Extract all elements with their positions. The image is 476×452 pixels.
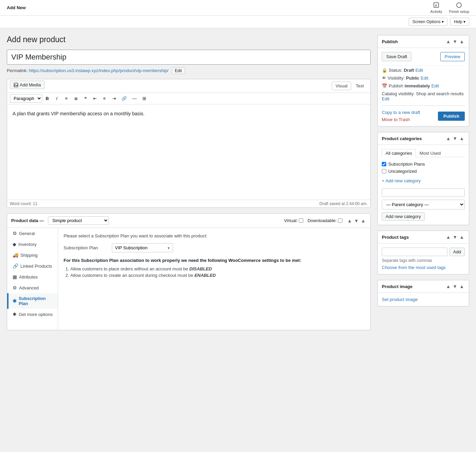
tab-general[interactable]: ⚙ General — [7, 228, 58, 239]
virtual-checkbox-label[interactable]: Virtual: — [284, 218, 303, 223]
product-data-collapse[interactable]: ▲ — [360, 217, 366, 224]
status-icon: 🔒 — [382, 68, 387, 73]
publish-status-row: 🔒 Status: Draft Edit — [382, 68, 465, 73]
tags-down-arrow[interactable]: ▼ — [452, 234, 458, 240]
align-center-button[interactable]: ≡ — [100, 95, 109, 102]
publish-down-arrow[interactable]: ▼ — [452, 38, 458, 45]
more-button[interactable]: — — [130, 95, 139, 102]
tag-input[interactable] — [382, 248, 447, 256]
tab-advanced[interactable]: ⚙ Advanced — [7, 282, 58, 293]
downloadable-checkbox-label[interactable]: Downloadable: — [307, 218, 342, 223]
editor-footer: Word count: 11 Draft saved at 2:44:00 am… — [7, 200, 370, 207]
bold-button[interactable]: B — [43, 95, 52, 102]
top-bar: Add New Activity Finish setup — [0, 0, 476, 16]
general-icon: ⚙ — [13, 231, 17, 236]
permalink-url[interactable]: https://subscription.us3.instawp.xyz/ind… — [29, 68, 168, 73]
align-left-button[interactable]: ⇤ — [90, 95, 99, 102]
downloadable-checkbox[interactable] — [338, 218, 342, 223]
subscription-plan-field-label: Subscription Plan — [64, 245, 108, 250]
subscription-plans-checkbox[interactable] — [382, 162, 386, 166]
publish-collapse[interactable]: ▲ — [459, 38, 465, 45]
set-product-image-link[interactable]: Set product image — [382, 297, 418, 302]
tab-subscription-plan[interactable]: ✱ Subscription Plan — [7, 293, 58, 309]
categories-down-arrow[interactable]: ▼ — [452, 135, 458, 142]
woo-requirements-list: Allow customers to place orders without … — [64, 266, 365, 278]
most-used-tab[interactable]: Most Used — [416, 149, 444, 157]
parent-category-select[interactable]: — Parent category — — [382, 200, 465, 210]
product-image-up-arrow[interactable]: ▲ — [445, 283, 451, 290]
product-image-collapse[interactable]: ▲ — [459, 283, 465, 290]
save-draft-button[interactable]: Save Draft — [382, 52, 411, 61]
product-data-title: Product data — — [11, 218, 44, 223]
add-new-category-link[interactable]: + Add new category — [382, 178, 421, 183]
status-edit-link[interactable]: Edit — [415, 68, 423, 73]
screen-options-button[interactable]: Screen Options ▾ — [409, 18, 447, 26]
permalink-edit-button[interactable]: Edit — [172, 67, 185, 74]
blockquote-button[interactable]: ❝ — [81, 95, 90, 102]
visual-tab[interactable]: Visual — [332, 82, 351, 90]
help-button[interactable]: Help ▾ — [450, 18, 469, 26]
publish-action-row: Save Draft Preview — [382, 52, 465, 61]
publish-time-edit-link[interactable]: Edit — [431, 83, 439, 88]
text-tab[interactable]: Text — [352, 82, 368, 90]
tab-inventory[interactable]: ◆ Inventory — [7, 239, 58, 250]
italic-button[interactable]: I — [52, 95, 61, 102]
ul-button[interactable]: ≡ — [62, 95, 71, 102]
product-title-input[interactable] — [7, 50, 371, 65]
align-right-button[interactable]: ⇥ — [109, 95, 118, 102]
categories-up-arrow[interactable]: ▲ — [445, 135, 451, 142]
categories-collapse[interactable]: ▲ — [459, 135, 465, 142]
svg-rect-2 — [14, 83, 18, 87]
paragraph-select[interactable]: Paragraph — [10, 94, 42, 103]
move-to-trash-link[interactable]: Move to Trash — [382, 117, 410, 122]
add-new-category-button[interactable]: Add new category — [382, 212, 425, 221]
tag-add-button[interactable]: Add — [449, 248, 465, 256]
activity-button[interactable]: Activity — [430, 2, 442, 14]
add-media-label: Add Media — [20, 82, 41, 87]
downloadable-label: Downloadable: — [307, 218, 337, 223]
category-subscription-plans[interactable]: Subscription Plans — [382, 161, 465, 168]
content-area: Add new product Permalink: https://subsc… — [7, 35, 371, 330]
product-data-body: ⚙ General ◆ Inventory 🚚 Shipping 🔗 Linke… — [7, 228, 370, 330]
subscription-select-wrap: VIP Subscription Basic Subscription Prem… — [112, 243, 173, 252]
draft-saved: Draft saved at 2:44:00 am. — [320, 201, 368, 206]
requirement-2: Allow customers to create an account dur… — [70, 273, 365, 278]
visibility-edit-link[interactable]: Edit — [421, 76, 428, 81]
catalog-edit-link[interactable]: Edit — [382, 96, 465, 101]
finish-setup-button[interactable]: Finish setup — [449, 2, 469, 14]
tab-get-more-options[interactable]: ✱ Get more options — [7, 309, 58, 320]
choose-tags-link[interactable]: Choose from the most used tags — [382, 265, 446, 270]
virtual-checkbox[interactable] — [299, 218, 303, 223]
all-categories-tab[interactable]: All categories — [382, 149, 416, 157]
publish-title: Publish — [382, 39, 445, 44]
tags-collapse[interactable]: ▲ — [459, 234, 465, 240]
ol-button[interactable]: ≣ — [71, 95, 80, 102]
editor-content[interactable]: A plan that grants VIP membership access… — [7, 104, 370, 200]
tab-shipping[interactable]: 🚚 Shipping — [7, 250, 58, 261]
category-uncategorized[interactable]: Uncategorized — [382, 168, 465, 175]
product-image-down-arrow[interactable]: ▼ — [452, 283, 458, 290]
uncategorized-checkbox[interactable] — [382, 169, 386, 173]
publish-up-arrow[interactable]: ▲ — [445, 38, 451, 45]
category-search-input[interactable] — [382, 188, 465, 197]
copy-draft-link[interactable]: Copy to a new draft — [382, 110, 420, 115]
tab-linked-products[interactable]: 🔗 Linked Products — [7, 261, 58, 271]
toggle-button[interactable]: ⊞ — [140, 95, 149, 102]
product-data-down-arrow[interactable]: ▼ — [353, 217, 359, 224]
add-media-button[interactable]: Add Media — [10, 81, 45, 89]
product-data-up-arrow[interactable]: ▲ — [346, 217, 353, 224]
subscription-plan-row: Subscription Plan VIP Subscription Basic… — [64, 243, 365, 252]
tags-up-arrow[interactable]: ▲ — [445, 234, 451, 240]
publish-panel-body: Save Draft Preview 🔒 Status: Draft Edit … — [378, 48, 469, 126]
publish-button[interactable]: Publish — [438, 112, 465, 121]
publish-panel: Publish ▲ ▼ ▲ Save Draft Preview 🔒 Statu… — [377, 35, 469, 127]
category-tabs: All categories Most Used — [382, 149, 465, 157]
product-type-select[interactable]: Simple product Variable product Grouped … — [48, 216, 109, 225]
tab-attributes[interactable]: ▦ Attributes — [7, 271, 58, 282]
subscription-plan-select[interactable]: VIP Subscription Basic Subscription Prem… — [112, 243, 173, 252]
categories-body: All categories Most Used Subscription Pl… — [378, 145, 469, 225]
product-tags-panel: Product tags ▲ ▼ ▲ Add Separate tags wit… — [377, 231, 469, 274]
preview-button[interactable]: Preview — [440, 52, 465, 61]
link-button[interactable]: 🔗 — [119, 95, 129, 102]
visibility-label: Visibility: — [388, 76, 405, 81]
